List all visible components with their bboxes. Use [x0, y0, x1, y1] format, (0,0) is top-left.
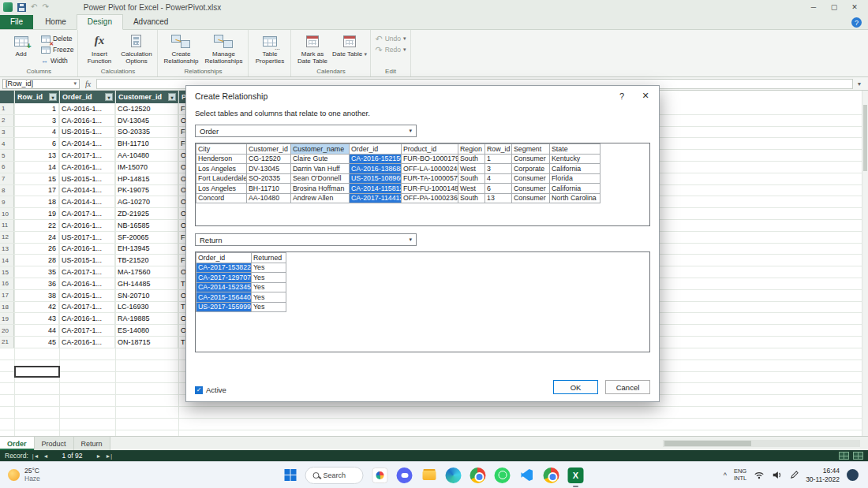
freeze-button[interactable]: Freeze	[39, 44, 75, 55]
cell-order-id[interactable]: US-2015-1...	[59, 127, 115, 138]
cell-customer-id[interactable]: DV-13045	[115, 115, 178, 126]
filter-icon[interactable]: ▾	[168, 93, 176, 101]
cell-row-id[interactable]: 4	[14, 127, 59, 138]
cell-customer-id[interactable]: RA-19885	[115, 313, 178, 324]
cell-product-id[interactable]: FUR-BO-10001798	[402, 154, 458, 164]
whatsapp-icon[interactable]	[495, 468, 511, 483]
cell-customer-id[interactable]: SF-20065	[115, 232, 178, 243]
cell-city[interactable]: Henderson	[196, 154, 247, 164]
undo-button[interactable]: ↶ Undo ▾	[373, 33, 407, 44]
row-number[interactable]: 20	[0, 325, 14, 336]
cell-row-id[interactable]: 35	[14, 266, 59, 278]
cell-order-id[interactable]: CA-2016-1...	[59, 220, 115, 231]
vscode-icon[interactable]	[519, 468, 535, 483]
tab-file[interactable]: File	[0, 15, 33, 29]
cell-row-id[interactable]: 18	[14, 196, 59, 207]
column-header-order-id[interactable]: Order_id ▾	[59, 91, 115, 103]
cell-row-id[interactable]: 13	[14, 150, 59, 161]
cell-row-id[interactable]: 3	[485, 164, 512, 174]
column-header[interactable]: City	[196, 144, 247, 155]
row-number[interactable]: 4	[0, 138, 14, 149]
last-record-icon[interactable]: ►|	[105, 453, 112, 459]
column-header[interactable]: Product_id	[402, 144, 458, 155]
selected-cell[interactable]	[14, 366, 60, 378]
cell-order-id[interactable]: CA-2016-1...	[59, 115, 115, 126]
cell-order-id[interactable]: CA-2016-1...	[59, 103, 115, 114]
tab-design[interactable]: Design	[77, 14, 123, 30]
excel-icon[interactable]: X	[568, 468, 584, 483]
filter-icon[interactable]: ▾	[49, 93, 57, 101]
manage-relationships-button[interactable]: Manage Relationships	[201, 32, 245, 66]
active-checkbox[interactable]: ✓	[195, 386, 203, 394]
cell-order-id-selected[interactable]: CA-2016-138688	[350, 164, 402, 174]
cell-returned[interactable]: Yes	[252, 302, 286, 312]
cell-order-id[interactable]: CA-2016-1...	[59, 337, 115, 348]
sheet-tab-order[interactable]: Order	[0, 437, 35, 450]
cell-segment[interactable]: Consumer	[512, 154, 550, 164]
cell-product-id[interactable]: OFF-PA-10002365	[402, 193, 458, 203]
cell-city[interactable]: Los Angeles	[196, 184, 247, 194]
cell-row-id[interactable]: 45	[14, 337, 59, 348]
active-checkbox-row[interactable]: ✓ Active	[195, 386, 226, 394]
cell-row-id[interactable]: 3	[14, 115, 59, 126]
column-header-customer-id[interactable]: Customer_id ▾	[115, 91, 178, 103]
cell-state[interactable]: Kentucky	[550, 154, 600, 164]
row-number[interactable]: 10	[0, 208, 14, 219]
row-number[interactable]: 9	[0, 196, 14, 207]
row-number[interactable]: 16	[0, 278, 14, 289]
cell-row-id[interactable]: 13	[485, 193, 512, 203]
cell-row-id[interactable]: 38	[14, 290, 59, 301]
diagram-view-icon[interactable]	[853, 452, 863, 460]
next-record-icon[interactable]: ►	[95, 453, 101, 459]
row-number[interactable]: 5	[0, 150, 14, 161]
cell-order-id[interactable]: CA-2014-1...	[59, 185, 115, 196]
browser-icon[interactable]	[544, 468, 559, 483]
row-number[interactable]: 13	[0, 244, 14, 255]
row-number[interactable]: 8	[0, 185, 14, 196]
add-column-button[interactable]: + Add	[2, 32, 39, 59]
cell-order-id[interactable]: CA-2017-1...	[59, 266, 115, 278]
row-number[interactable]: 21	[0, 337, 14, 348]
cell-city[interactable]: Concord	[196, 193, 247, 203]
vertical-scrollbar[interactable]	[862, 91, 868, 436]
tab-advanced[interactable]: Advanced	[123, 15, 178, 29]
cancel-button[interactable]: Cancel	[605, 380, 650, 394]
cell-customer-id[interactable]: ES-14080	[115, 325, 178, 336]
previous-record-icon[interactable]: ◄	[43, 453, 49, 459]
cell-order-id-selected[interactable]: CA-2014-115812	[350, 184, 402, 194]
table2-select[interactable]: Return ▾	[195, 233, 417, 246]
help-icon[interactable]: ?	[851, 17, 862, 28]
row-number[interactable]: 1	[0, 103, 14, 114]
column-header[interactable]: State	[550, 144, 600, 155]
table-properties-button[interactable]: … Table Properties	[251, 32, 288, 66]
cell-customer-name[interactable]: Claire Gute	[291, 154, 350, 164]
row-number[interactable]: 11	[0, 220, 14, 231]
taskbar-search[interactable]: Search	[305, 467, 364, 484]
cell-order-id[interactable]: CA-2017-1...	[59, 325, 115, 336]
name-box[interactable]: [Row_id] ▾	[2, 79, 80, 89]
cell-customer-id[interactable]: ON-18715	[115, 337, 178, 348]
column-header[interactable]: Row_id	[485, 144, 512, 155]
cell-customer-id[interactable]: SO-20335	[247, 173, 291, 184]
cell-order-id[interactable]: CA-2016-1...	[59, 313, 115, 324]
cell-region[interactable]: South	[458, 193, 485, 203]
date-table-button[interactable]: Date Table ▾	[331, 32, 368, 59]
cell-customer-id[interactable]: SO-20335	[115, 127, 178, 138]
redo-icon[interactable]: ↷	[42, 3, 48, 11]
wifi-icon[interactable]	[754, 471, 765, 479]
cell-customer-id[interactable]: BH-11710	[247, 184, 291, 194]
chevron-down-icon[interactable]: ▾	[73, 80, 77, 87]
cell-city[interactable]: Fort Lauderdale	[196, 173, 247, 184]
cell-order-id[interactable]: CA-2017-1...	[59, 150, 115, 161]
cell-row-id[interactable]: 17	[14, 185, 59, 196]
cell-customer-id[interactable]: PK-19075	[115, 185, 178, 196]
cell-row-id[interactable]: 26	[14, 244, 59, 255]
cell-row-id[interactable]: 14	[14, 162, 59, 173]
cell-order-id-selected[interactable]: CA-2017-129707	[196, 273, 252, 283]
start-button[interactable]	[285, 469, 297, 481]
cell-state[interactable]: California	[550, 184, 600, 194]
row-number[interactable]: 15	[0, 266, 14, 278]
undo-icon[interactable]: ↶	[31, 3, 37, 11]
cell-product-id[interactable]: FUR-TA-10000577	[402, 173, 458, 184]
cell-state[interactable]: North Carolina	[550, 193, 600, 203]
